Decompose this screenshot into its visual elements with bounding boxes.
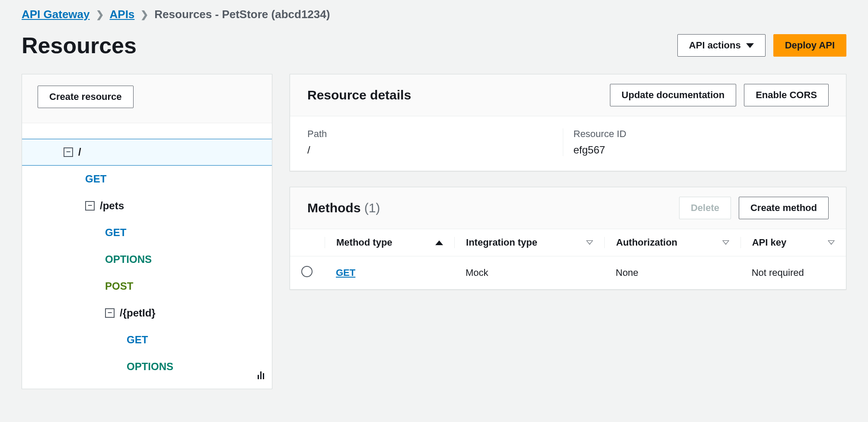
table-row: GETMockNoneNot required [290,256,846,290]
path-value: / [307,144,554,156]
methods-title: Methods [307,201,361,215]
methods-panel: Methods (1) Delete Create method [290,187,846,290]
api-actions-label: API actions [689,40,741,51]
resource-id-label: Resource ID [574,128,820,140]
cell-api-key: Not required [740,256,846,290]
collapse-icon[interactable] [64,147,73,157]
sort-icon [586,240,593,245]
tree-node[interactable]: POST [22,273,272,300]
resource-details-title: Resource details [307,88,411,102]
col-integration-type-label: Integration type [466,237,537,248]
chevron-right-icon: ❯ [140,9,148,20]
resource-tree: /GET/petsGETOPTIONSPOST/{petId}GETOPTION… [22,139,272,380]
create-method-button[interactable]: Create method [739,197,829,219]
col-api-key-label: API key [752,237,787,248]
collapse-icon[interactable] [85,201,95,211]
tree-node-label: GET [105,227,126,239]
chevron-right-icon: ❯ [96,9,104,20]
deploy-api-button[interactable]: Deploy API [773,34,846,57]
tree-node-label: GET [85,173,106,185]
resource-id-value: efg567 [574,144,820,156]
breadcrumb: API Gateway ❯ APIs ❯ Resources - PetStor… [22,8,846,21]
breadcrumb-link-apis[interactable]: APIs [110,8,135,21]
resize-handle-icon[interactable] [258,371,264,379]
create-resource-button[interactable]: Create resource [38,86,134,108]
sort-asc-icon [435,240,443,245]
caret-down-icon [746,43,754,48]
tree-node-label: OPTIONS [105,253,152,265]
tree-node-label: /pets [100,200,124,212]
page-title: Resources [22,32,137,58]
resource-details-panel: Resource details Update documentation En… [290,74,846,171]
tree-node-label: / [78,146,81,158]
update-documentation-button[interactable]: Update documentation [610,84,736,106]
col-authorization[interactable]: Authorization [604,229,740,256]
col-method-type[interactable]: Method type [325,229,454,256]
path-label: Path [307,128,554,140]
tree-node-label: OPTIONS [127,361,173,373]
tree-node[interactable]: / [22,139,272,166]
col-method-type-label: Method type [336,237,393,248]
tree-node[interactable]: OPTIONS [22,246,272,273]
tree-node[interactable]: GET [22,326,272,353]
tree-node-label: /{petId} [120,307,156,319]
api-actions-button[interactable]: API actions [677,34,766,57]
enable-cors-button[interactable]: Enable CORS [744,84,829,106]
resource-tree-panel: Create resource /GET/petsGETOPTIONSPOST/… [22,74,272,389]
tree-node-label: GET [127,334,148,346]
col-api-key[interactable]: API key [740,229,846,256]
row-radio[interactable] [301,266,313,277]
tree-node[interactable]: GET [22,219,272,246]
tree-node-label: POST [105,280,133,292]
tree-node[interactable]: GET [22,166,272,192]
method-link[interactable]: GET [336,267,355,278]
tree-node[interactable]: /{petId} [22,300,272,326]
cell-authorization: None [604,256,740,290]
breadcrumb-link-apigateway[interactable]: API Gateway [22,8,90,21]
col-integration-type[interactable]: Integration type [454,229,604,256]
sort-icon [828,240,835,245]
breadcrumb-current: Resources - PetStore (abcd1234) [154,8,330,21]
sort-icon [722,240,729,245]
delete-method-button[interactable]: Delete [679,197,731,219]
methods-table: Method type Integration type [290,229,846,289]
tree-node[interactable]: OPTIONS [22,353,272,380]
methods-count: (1) [364,201,380,215]
cell-integration: Mock [454,256,604,290]
col-authorization-label: Authorization [616,237,677,248]
tree-node[interactable]: /pets [22,192,272,219]
collapse-icon[interactable] [105,308,115,318]
